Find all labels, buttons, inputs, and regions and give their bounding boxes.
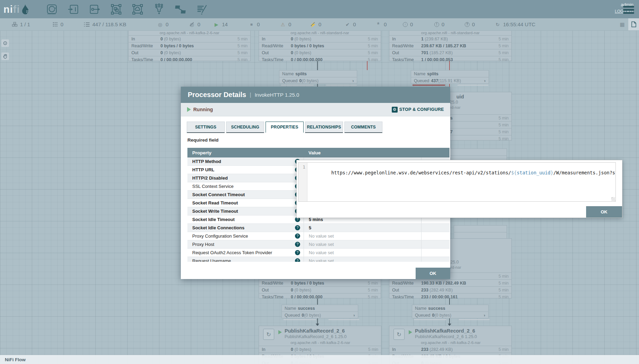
connection-line <box>317 84 318 87</box>
status-queued: 447 / 118.5 KB <box>84 18 126 30</box>
connection-label-success-left[interactable]: Namesuccess Queued0 (0 bytes)◑ <box>281 305 358 318</box>
running-icon <box>409 330 412 334</box>
url-segment: /W/measurements.json?start=P30D <box>553 170 615 175</box>
global-menu-button[interactable] <box>623 4 635 15</box>
processor-title-fragment: uid <box>456 94 464 99</box>
property-row[interactable]: Request Username ? No value set <box>187 257 450 262</box>
help-icon[interactable]: ? <box>295 258 300 262</box>
breadcrumb-bar: NiFi Flow <box>0 355 639 364</box>
drag-input-port-icon[interactable] <box>67 3 80 16</box>
drag-remote-process-group-icon[interactable] <box>131 3 144 16</box>
help-icon[interactable]: ? <box>295 233 300 239</box>
property-name: Request OAuth2 Access Token Provider <box>192 250 272 255</box>
property-name: Socket Write Timeout <box>192 209 238 214</box>
status-invalid: ⚠ 0 <box>280 18 291 30</box>
dialog-ok-button[interactable]: OK <box>416 268 450 279</box>
stat-row: Tasks/Time 233 / 00:00:00.161 5 min <box>389 293 511 300</box>
hand-icon <box>3 54 8 59</box>
breadcrumb[interactable]: NiFi Flow <box>5 357 26 362</box>
dialog-title-separator: | <box>250 92 251 98</box>
stat-row: Read/Write 190.33 KB / 282.49 KB 5 min <box>389 279 511 286</box>
connection-line-red <box>449 61 450 70</box>
crosshair-icon <box>3 41 8 46</box>
value-editor-ok-button[interactable]: OK <box>586 206 622 218</box>
property-row[interactable]: Proxy Host ? No value set <box>187 240 450 249</box>
tab[interactable]: SCHEDULING <box>226 122 264 133</box>
stat-row: In 1 (239.67 KB) 5 min <box>389 35 511 42</box>
stat-row: Read/Write 0 bytes / 0 bytes 5 min <box>129 42 250 49</box>
stat-row: In 0 (0 bytes) 5 min <box>259 35 381 42</box>
property-row-end <box>421 257 450 262</box>
status-stale: ↑ 0 <box>403 18 413 30</box>
nifi-app: org.apache.nifi - nifi-kafka-2-6-nar In … <box>0 0 639 364</box>
processor-bundle: org.apache.nifi - nifi-standard-nar <box>389 31 511 35</box>
connection-label-success-right[interactable]: Namesuccess Queued0 (0 bytes)◑ <box>412 305 489 318</box>
connection-line-red <box>449 84 450 87</box>
property-value[interactable]: No value set <box>304 249 421 257</box>
url-segment: ${ <box>511 170 517 175</box>
transmitting-icon: ◎ <box>157 22 163 27</box>
birdseye-toggle-button[interactable]: ▦ <box>617 21 628 28</box>
toolbar: nifi admin LOG OUT <box>0 0 639 18</box>
value-editor-input[interactable]: https://www.pegelonline.wsv.de/webservic… <box>307 163 615 201</box>
queue-percent-bar <box>414 319 446 320</box>
nifi-logo: nifi <box>3 2 31 16</box>
drag-process-group-icon[interactable] <box>110 3 123 16</box>
processor-type-icon: ↻ <box>393 329 405 340</box>
status-refresh[interactable]: ↻ 16:55:44 UTC <box>494 18 535 30</box>
exclamation-icon: ! <box>434 22 439 27</box>
stat-row: Read/Write 0 bytes / 0 bytes 5 min <box>259 279 381 286</box>
running-icon <box>187 107 191 112</box>
property-row-end <box>421 240 450 248</box>
line-number-gutter: 1 <box>298 163 307 201</box>
drag-template-icon[interactable] <box>174 3 187 16</box>
tab[interactable]: RELATIONSHIPS <box>305 122 343 133</box>
property-value[interactable]: No value set <box>304 232 421 240</box>
drag-output-port-icon[interactable] <box>88 3 101 16</box>
drag-funnel-icon[interactable] <box>152 3 166 16</box>
operate-palette-button[interactable] <box>1 52 9 60</box>
property-row[interactable]: Socket Idle Connections ? 5 <box>187 224 450 232</box>
connection-line <box>317 298 318 305</box>
navigate-palette-button[interactable] <box>1 39 9 47</box>
stop-and-configure-button[interactable]: ⚙ STOP & CONFIGURE <box>392 107 444 113</box>
url-segment: } <box>550 170 553 175</box>
status-locally-modified: * 0 <box>375 18 387 30</box>
property-value-editor: 1 https://www.pegelonline.wsv.de/webserv… <box>296 160 622 218</box>
processor-header: ↻ PublishKafkaRecord_2_6 PublishKafkaRec… <box>259 326 381 346</box>
status-not-transmitting: ◎ 0 <box>189 18 200 30</box>
asterisk-icon: * <box>375 23 381 26</box>
stat-row: Out 0 (0 bytes) 5 min <box>259 49 381 56</box>
status-stopped: ■ 0 <box>248 18 260 30</box>
tab[interactable]: SETTINGS <box>187 122 225 133</box>
stat-row: Tasks/Time 0 / 00:00:00.000 5 min <box>259 56 381 63</box>
help-icon[interactable]: ? <box>295 242 300 247</box>
tab[interactable]: PROPERTIES <box>266 122 304 133</box>
drag-processor-icon[interactable] <box>45 3 58 16</box>
help-icon[interactable]: ? <box>295 250 300 255</box>
last-refresh-time: 16:55:44 UTC <box>503 21 535 27</box>
property-value[interactable]: No value set <box>304 240 421 248</box>
dialog-header: Processor Details | InvokeHTTP 1.25.0 <box>181 87 450 103</box>
stat-row: In 233 (282.49 KB) 5 min <box>389 346 511 353</box>
property-row[interactable]: Request OAuth2 Access Token Provider ? N… <box>187 249 450 257</box>
flow-summary-button[interactable] <box>628 18 639 30</box>
connection-label-splits-right[interactable]: Namesplits Queued437 (115.91 KB)◑ <box>411 70 489 84</box>
stat-row: In 0 (0 bytes) 5 min <box>259 346 381 353</box>
processor-name: PublishKafkaRecord_2_6 <box>415 328 475 334</box>
help-icon[interactable]: ? <box>295 225 300 230</box>
property-value[interactable]: 5 <box>304 224 421 232</box>
property-name: Proxy Configuration Service <box>192 233 248 239</box>
cluster-icon <box>11 22 18 27</box>
processor-name: PublishKafkaRecord_2_6 <box>285 328 345 334</box>
resize-handle[interactable] <box>611 197 615 201</box>
property-name: Proxy Host <box>192 242 214 247</box>
tab[interactable]: COMMENTS <box>344 122 382 133</box>
drag-label-icon[interactable] <box>195 3 209 16</box>
stat-row: In 0 (0 bytes) 5 min <box>129 35 250 42</box>
property-row[interactable]: Proxy Configuration Service ? No value s… <box>187 232 450 240</box>
properties-table-header: Property Value <box>187 148 450 157</box>
property-value[interactable]: No value set <box>304 257 421 262</box>
connection-label-splits-left[interactable]: Namesplits Queued0 (0 bytes)◑ <box>279 70 357 84</box>
processor-type-version: PublishKafkaRecord_2_6 1.25.0 <box>285 334 346 339</box>
